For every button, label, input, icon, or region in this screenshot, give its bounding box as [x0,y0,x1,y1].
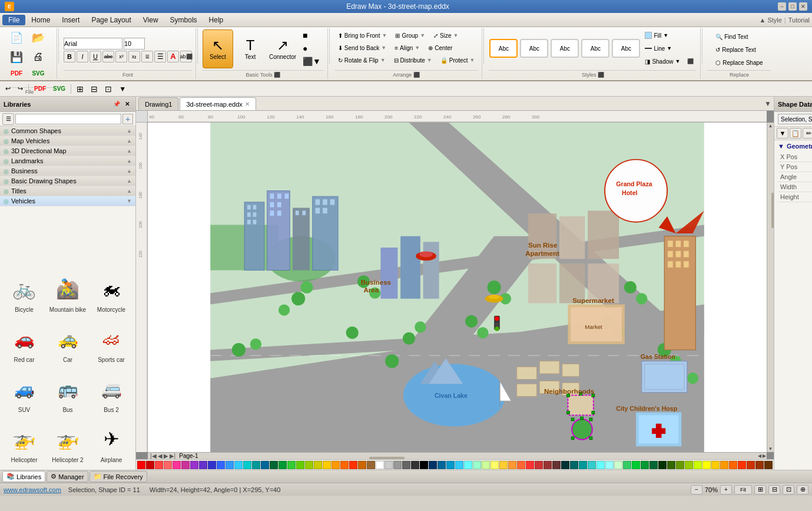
color-swatch[interactable] [579,461,587,469]
style-thumb-5[interactable]: Abc [612,39,640,58]
color-swatch[interactable] [747,461,755,469]
view-toggle-btn[interactable]: ⊞ [754,485,766,494]
pin-btn[interactable]: 📌 [112,100,121,109]
color-swatch[interactable] [270,461,278,469]
shape-motorcycle[interactable]: 🏍 Motorcycle [91,268,132,316]
color-swatch[interactable] [764,461,773,469]
list-btn[interactable]: ☰ [154,51,166,62]
open-btn[interactable]: 📂 [28,29,49,48]
color-swatch[interactable] [464,461,472,469]
size-btn[interactable]: ⤢ Size▼ [430,29,462,41]
lib-cat-landmarks[interactable]: ◎ Landmarks ▲ [0,156,135,166]
color-swatch[interactable] [243,461,251,469]
style-thumb-2[interactable]: Abc [520,39,548,58]
color-swatch[interactable] [517,461,525,469]
menu-page-layout[interactable]: Page Layout [85,15,137,25]
vertical-scrollbar[interactable]: ▲ ▼ [767,123,774,452]
select-tool-btn[interactable]: ↖ Select [203,29,233,68]
shape-sports-car[interactable]: 🏎 Sports car [91,318,132,366]
color-swatch[interactable] [190,461,198,469]
align-btn[interactable]: ≡ [141,51,153,62]
color-swatch[interactable] [358,461,366,469]
color-swatch[interactable] [385,461,393,469]
color-swatch[interactable] [411,461,419,469]
text-tool-btn[interactable]: T Text [235,29,266,68]
color-swatch[interactable] [543,461,552,469]
lib-cat-business[interactable]: ◎ Business ▲ [0,166,135,176]
color-swatch[interactable] [694,461,702,469]
libraries-tab-btn[interactable]: 📚 Libraries [2,471,45,482]
color-swatch[interactable] [226,461,234,469]
shape-id-select[interactable]: Selection, Shape ID = 11 [778,114,812,124]
color-swatch[interactable] [632,461,640,469]
grid-btn[interactable]: ⊞ [74,83,87,95]
menu-file[interactable]: File [2,15,25,25]
color-swatch[interactable] [323,461,331,469]
color-swatch[interactable] [438,461,446,469]
shape-bicycle[interactable]: 🚲 Bicycle [4,268,45,316]
color-swatch[interactable] [376,461,384,469]
color-swatch[interactable] [605,461,614,469]
file-recovery-tab-btn[interactable]: 📁 File Recovery [90,471,147,482]
lib-cat-map-vehicles[interactable]: ◎ Map Vehicles ▲ [0,136,135,146]
save-btn[interactable]: 💾 [6,49,27,68]
scroll-right-btn[interactable]: ▶ [762,453,767,459]
scroll-thumb-h[interactable] [369,457,405,460]
superscript-btn[interactable]: x² [115,51,127,62]
lib-add-btn[interactable]: + [122,114,133,124]
website-link[interactable]: www.edrawsoft.com [4,486,61,493]
color-swatch[interactable] [455,461,463,469]
style-thumb-3[interactable]: Abc [551,39,579,58]
bring-to-front-btn[interactable]: ⬆ Bring to Front▼ [334,29,391,41]
color-swatch[interactable] [738,461,746,469]
color-swatch[interactable] [367,461,375,469]
replace-text-btn[interactable]: ↺ Replace Text [712,44,766,56]
find-text-btn[interactable]: 🔍 Find Text [712,31,766,43]
sd-copy-btn[interactable]: 📋 [790,128,801,139]
tab-drawing1[interactable]: Drawing1 [138,97,178,110]
color-swatch[interactable] [429,461,437,469]
color-swatch[interactable] [499,461,508,469]
color-swatch[interactable] [164,461,172,469]
lib-cat-titles[interactable]: ◎ Titles ▲ [0,186,135,196]
color-swatch[interactable] [614,461,622,469]
color-swatch[interactable] [217,461,225,469]
color-swatch[interactable] [420,461,428,469]
color-swatch[interactable] [570,461,578,469]
shape-helicopter[interactable]: 🚁 Helicopter [4,418,45,466]
shape-mountain-bike[interactable]: 🚵 Mountain bike [47,268,88,316]
view-toggle-btn3[interactable]: ⊡ [783,485,794,494]
color-swatch[interactable] [482,461,490,469]
lib-cat-common-shapes[interactable]: ◎ Common Shapes ▲ [0,126,135,136]
tab-scroll-btn[interactable]: ▼ [764,100,771,108]
lib-cat-vehicles[interactable]: ◎ Vehicles ▼ [0,196,135,206]
undo-btn[interactable]: ↩ [2,83,14,95]
replace-shape-btn[interactable]: ⬡ Replace Shape [712,57,766,69]
redo-btn[interactable]: ↪ [15,83,26,95]
menu-home[interactable]: Home [25,15,56,25]
send-to-back-btn[interactable]: ⬇ Send to Back▼ [334,42,390,54]
color-swatch[interactable] [552,461,561,469]
menu-symbols[interactable]: Symbols [164,15,203,25]
page-last-btn[interactable]: ▶| [170,453,176,459]
font-color-btn[interactable]: A [167,51,179,62]
lib-cat-3d-map[interactable]: ◎ 3D Directional Map ▲ [0,146,135,156]
color-swatch[interactable] [676,461,684,469]
color-swatch[interactable] [340,461,349,469]
styles-expand-btn[interactable]: ⬛ [684,55,697,67]
menu-view[interactable]: View [137,15,164,25]
color-swatch[interactable] [588,461,596,469]
protect-btn[interactable]: 🔒 Protect▼ [437,54,479,66]
color-swatch[interactable] [711,461,720,469]
color-swatch[interactable] [349,461,357,469]
scroll-up-btn[interactable]: ▲ [768,123,774,129]
shadow-btn[interactable]: ◨ Shadow▼ [642,55,683,67]
lib-menu-btn[interactable]: ☰ [2,113,14,125]
export-pdf-sub-btn[interactable]: PDF [31,83,49,95]
menu-style-link[interactable]: ▲ Style [759,17,781,24]
strikethrough-btn[interactable]: abc [102,51,114,62]
center-btn[interactable]: ⊕ Center [425,42,456,54]
print-btn[interactable]: 🖨 [28,49,49,68]
color-swatch[interactable] [181,461,190,469]
font-size-input[interactable] [124,38,145,50]
